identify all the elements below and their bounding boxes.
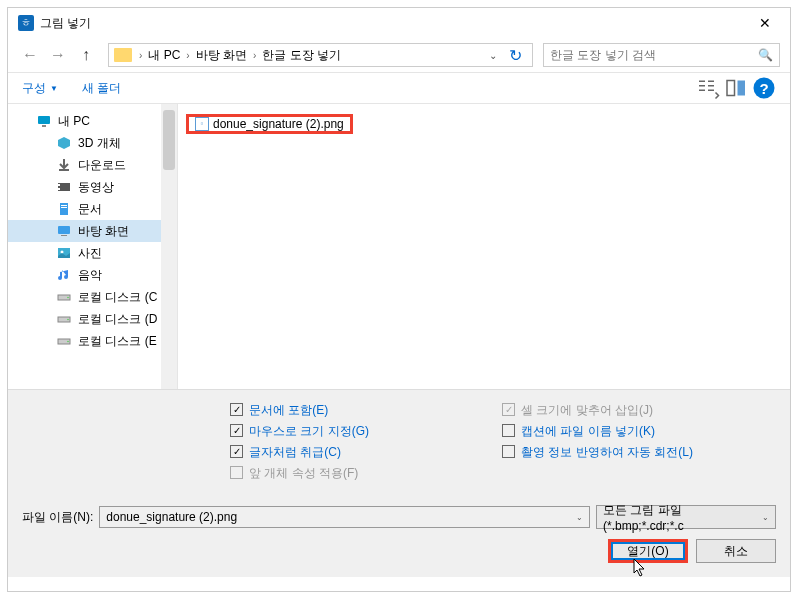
breadcrumb[interactable]: › 내 PC › 바탕 화면 › 한글 도장 넣기 ⌄ ↻ bbox=[108, 43, 533, 67]
pc-icon bbox=[36, 113, 52, 129]
open-button[interactable]: 열기(O) bbox=[608, 539, 688, 563]
tree-item-video[interactable]: 동영상 bbox=[8, 176, 177, 198]
buttons-row: 열기(O) 취소 bbox=[22, 539, 776, 563]
checkbox-icon[interactable] bbox=[502, 445, 515, 458]
svg-rect-1 bbox=[699, 85, 705, 87]
option-label: 앞 개체 속성 적용(F) bbox=[249, 465, 358, 482]
options-panel: 문서에 포함(E)마우스로 크기 지정(G)글자처럼 취급(C)앞 개체 속성 … bbox=[8, 389, 790, 497]
option-item[interactable]: 촬영 정보 반영하여 자동 회전(L) bbox=[502, 444, 762, 461]
tree-item-label: 문서 bbox=[78, 201, 102, 218]
chevron-down-icon: ▼ bbox=[50, 84, 58, 93]
svg-rect-10 bbox=[38, 116, 50, 124]
svg-rect-7 bbox=[738, 81, 746, 96]
tree-item-label: 3D 개체 bbox=[78, 135, 121, 152]
scrollbar-thumb[interactable] bbox=[163, 110, 175, 170]
checkbox-icon bbox=[230, 466, 243, 479]
pic-icon bbox=[56, 245, 72, 261]
chevron-right-icon: › bbox=[247, 50, 262, 61]
refresh-icon[interactable]: ↻ bbox=[503, 46, 528, 65]
svg-rect-14 bbox=[58, 188, 60, 190]
organize-button[interactable]: 구성▼ bbox=[22, 80, 58, 97]
search-box[interactable]: 🔍 bbox=[543, 43, 780, 67]
chevron-down-icon: ⌄ bbox=[762, 513, 769, 522]
chevron-right-icon: › bbox=[180, 50, 195, 61]
cancel-button[interactable]: 취소 bbox=[696, 539, 776, 563]
option-item[interactable]: 마우스로 크기 지정(G) bbox=[230, 423, 490, 440]
options-left: 문서에 포함(E)마우스로 크기 지정(G)글자처럼 취급(C)앞 개체 속성 … bbox=[230, 402, 490, 485]
breadcrumb-item[interactable]: 내 PC bbox=[148, 47, 180, 64]
preview-pane-icon[interactable] bbox=[724, 76, 748, 100]
option-item: 셀 크기에 맞추어 삽입(J) bbox=[502, 402, 762, 419]
tree-item-disk[interactable]: 로컬 디스크 (D bbox=[8, 308, 177, 330]
filename-input[interactable]: donue_signature (2).png ⌄ bbox=[99, 506, 590, 528]
navbar: ← → ↑ › 내 PC › 바탕 화면 › 한글 도장 넣기 ⌄ ↻ 🔍 bbox=[8, 38, 790, 72]
file-name: donue_signature (2).png bbox=[213, 117, 344, 131]
option-item[interactable]: 캡션에 파일 이름 넣기(K) bbox=[502, 423, 762, 440]
svg-rect-2 bbox=[699, 90, 705, 92]
tree-item-music[interactable]: 음악 bbox=[8, 264, 177, 286]
checkbox-icon[interactable] bbox=[230, 403, 243, 416]
disk-icon bbox=[56, 311, 72, 327]
chevron-down-icon[interactable]: ⌄ bbox=[576, 513, 583, 522]
search-input[interactable] bbox=[550, 48, 758, 62]
checkbox-icon[interactable] bbox=[230, 424, 243, 437]
svg-point-27 bbox=[67, 341, 69, 343]
back-button[interactable]: ← bbox=[18, 43, 42, 67]
tree-item-3d[interactable]: 3D 개체 bbox=[8, 132, 177, 154]
tree-item-disk[interactable]: 로컬 디스크 (C bbox=[8, 286, 177, 308]
file-type-filter[interactable]: 모든 그림 파일 (*.bmp;*.cdr;*.c ⌄ bbox=[596, 505, 776, 529]
breadcrumb-item[interactable]: 한글 도장 넣기 bbox=[262, 47, 341, 64]
svg-rect-3 bbox=[708, 81, 714, 83]
option-label: 셀 크기에 맞추어 삽입(J) bbox=[521, 402, 653, 419]
svg-rect-13 bbox=[58, 184, 60, 186]
dialog-body: 내 PC3D 개체다운로드동영상문서바탕 화면사진음악로컬 디스크 (C로컬 디… bbox=[8, 104, 790, 389]
app-icon: ㅎ bbox=[18, 15, 34, 31]
filename-label: 파일 이름(N): bbox=[22, 509, 93, 526]
search-icon[interactable]: 🔍 bbox=[758, 48, 773, 62]
tree-item-label: 음악 bbox=[78, 267, 102, 284]
checkbox-icon[interactable] bbox=[502, 424, 515, 437]
up-button[interactable]: ↑ bbox=[74, 43, 98, 67]
disk-icon bbox=[56, 289, 72, 305]
tree-item-label: 동영상 bbox=[78, 179, 114, 196]
bottom-panel: 파일 이름(N): donue_signature (2).png ⌄ 모든 그… bbox=[8, 497, 790, 577]
file-list[interactable]: ▫ donue_signature (2).png bbox=[178, 104, 790, 389]
music-icon bbox=[56, 267, 72, 283]
download-icon bbox=[56, 157, 72, 173]
forward-button[interactable]: → bbox=[46, 43, 70, 67]
doc-icon bbox=[56, 201, 72, 217]
file-item-selected[interactable]: ▫ donue_signature (2).png bbox=[186, 114, 353, 134]
help-icon[interactable]: ? bbox=[752, 76, 776, 100]
tree-item-doc[interactable]: 문서 bbox=[8, 198, 177, 220]
checkbox-icon[interactable] bbox=[230, 445, 243, 458]
image-file-icon: ▫ bbox=[195, 117, 209, 131]
3d-icon bbox=[56, 135, 72, 151]
tree-item-label: 바탕 화면 bbox=[78, 223, 129, 240]
view-options-icon[interactable] bbox=[696, 76, 720, 100]
option-label: 촬영 정보 반영하여 자동 회전(L) bbox=[521, 444, 693, 461]
tree-item-download[interactable]: 다운로드 bbox=[8, 154, 177, 176]
folder-icon bbox=[113, 45, 133, 65]
breadcrumb-item[interactable]: 바탕 화면 bbox=[196, 47, 247, 64]
option-item[interactable]: 문서에 포함(E) bbox=[230, 402, 490, 419]
svg-text:?: ? bbox=[759, 80, 768, 97]
svg-rect-16 bbox=[61, 205, 67, 206]
close-button[interactable]: ✕ bbox=[750, 8, 780, 38]
option-item[interactable]: 글자처럼 취급(C) bbox=[230, 444, 490, 461]
option-label: 마우스로 크기 지정(G) bbox=[249, 423, 369, 440]
tree-item-label: 다운로드 bbox=[78, 157, 126, 174]
options-right: 셀 크기에 맞추어 삽입(J)캡션에 파일 이름 넣기(K)촬영 정보 반영하여… bbox=[502, 402, 762, 485]
tree-scrollbar[interactable] bbox=[161, 104, 177, 389]
tree-item-desktop[interactable]: 바탕 화면 bbox=[8, 220, 177, 242]
chevron-down-icon[interactable]: ⌄ bbox=[483, 50, 503, 61]
file-dialog: ㅎ 그림 넣기 ✕ ← → ↑ › 내 PC › 바탕 화면 › 한글 도장 넣… bbox=[7, 7, 791, 592]
svg-rect-0 bbox=[699, 81, 705, 83]
tree-item-label: 사진 bbox=[78, 245, 102, 262]
tree-item-pic[interactable]: 사진 bbox=[8, 242, 177, 264]
tree-item-label: 내 PC bbox=[58, 113, 90, 130]
svg-rect-18 bbox=[58, 226, 70, 234]
new-folder-button[interactable]: 새 폴더 bbox=[82, 80, 121, 97]
tree-item-pc[interactable]: 내 PC bbox=[8, 110, 177, 132]
svg-rect-15 bbox=[60, 203, 68, 215]
tree-item-disk[interactable]: 로컬 디스크 (E bbox=[8, 330, 177, 352]
